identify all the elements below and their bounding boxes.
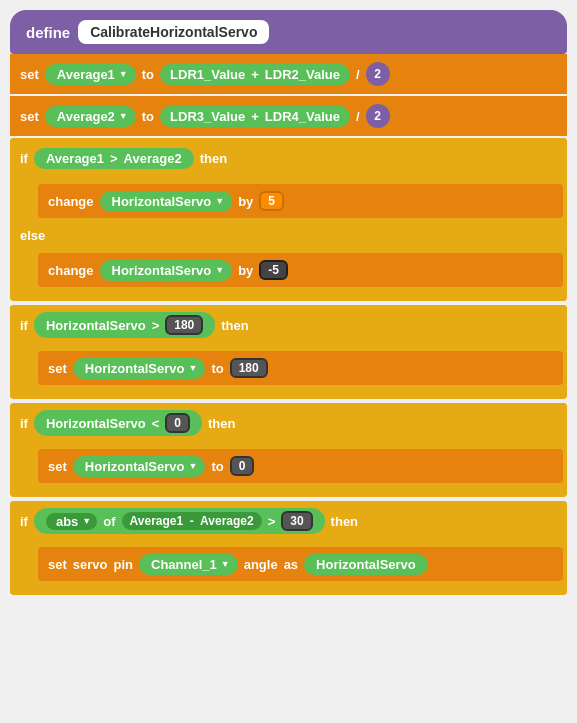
if1-else-body: change HorizontalServo ▼ by -5 [10, 247, 567, 293]
num2-badge-2: 2 [366, 104, 390, 128]
num2-badge-1: 2 [366, 62, 390, 86]
if3-body: set HorizontalServo ▼ to 0 [10, 443, 567, 489]
change-hs-by5: change HorizontalServo ▼ by 5 [38, 184, 563, 218]
channel1-dropdown[interactable]: Channel_1 ▼ [139, 554, 238, 575]
if3-container: if HorizontalServo < 0 then set Horizont… [10, 403, 567, 497]
avg1-minus-avg2: Average1 - Average2 [122, 512, 262, 530]
if1-footer [10, 293, 567, 301]
define-label: define [26, 24, 70, 41]
hs-lt-0: HorizontalServo < 0 [34, 410, 202, 436]
set3-label: set [48, 459, 67, 474]
by1-label: by [238, 194, 253, 209]
set-hs-0: set HorizontalServo ▼ to 0 [38, 449, 563, 483]
by2-label: by [238, 263, 253, 278]
hs-dropdown-1[interactable]: HorizontalServo ▼ [100, 191, 233, 212]
div-label-1: / [356, 67, 360, 82]
ldr1-ldr2-expr: LDR1_Value + LDR2_Value [160, 64, 350, 85]
average2-var[interactable]: Average2 ▼ [45, 106, 136, 127]
if2-header: if HorizontalServo > 180 then [10, 305, 567, 345]
average1-var[interactable]: Average1 ▼ [45, 64, 136, 85]
to3-label: to [211, 361, 223, 376]
angle4-label: angle [244, 557, 278, 572]
func-name: CalibrateHorizontalServo [78, 20, 269, 44]
if4-body: set servo pin Channel_1 ▼ angle as Horiz… [10, 541, 567, 587]
hs-gt-180: HorizontalServo > 180 [34, 312, 215, 338]
set2-label: set [48, 361, 67, 376]
if4-label: if [20, 514, 28, 529]
change1-label: change [48, 194, 94, 209]
if4-header: if abs ▼ of Average1 - Average2 > 30 the… [10, 501, 567, 541]
ldr3-ldr4-expr: LDR3_Value + LDR4_Value [160, 106, 350, 127]
servo4-label: servo [73, 557, 108, 572]
set4-label: set [48, 557, 67, 572]
then1-label: then [200, 151, 227, 166]
hservo-val: HorizontalServo [304, 554, 428, 575]
if1-label: if [20, 151, 28, 166]
if2-container: if HorizontalServo > 180 then set Horizo… [10, 305, 567, 399]
to4-label: to [211, 459, 223, 474]
main-wrapper: define CalibrateHorizontalServo set Aver… [10, 10, 567, 595]
if1-header: if Average1 > Average2 then [10, 138, 567, 178]
hs-dropdown-3[interactable]: HorizontalServo ▼ [73, 358, 206, 379]
change-hs-byneg5: change HorizontalServo ▼ by -5 [38, 253, 563, 287]
if1-container: if Average1 > Average2 then change Horiz… [10, 138, 567, 301]
to-label-1: to [142, 67, 154, 82]
then2-label: then [221, 318, 248, 333]
pin4-label: pin [114, 557, 134, 572]
set-label-2: set [20, 109, 39, 124]
avg1-gt-avg2: Average1 > Average2 [34, 148, 194, 169]
if4-container: if abs ▼ of Average1 - Average2 > 30 the… [10, 501, 567, 595]
set-average1-block: set Average1 ▼ to LDR1_Value + LDR2_Valu… [10, 54, 567, 94]
val180: 180 [230, 358, 268, 378]
div-label-2: / [356, 109, 360, 124]
if3-header: if HorizontalServo < 0 then [10, 403, 567, 443]
define-block: define CalibrateHorizontalServo [10, 10, 567, 54]
to-label-2: to [142, 109, 154, 124]
if3-footer [10, 489, 567, 497]
set-label-1: set [20, 67, 39, 82]
hs-dropdown-2[interactable]: HorizontalServo ▼ [100, 260, 233, 281]
if2-body: set HorizontalServo ▼ to 180 [10, 345, 567, 391]
then4-label: then [331, 514, 358, 529]
hs-dropdown-4[interactable]: HorizontalServo ▼ [73, 456, 206, 477]
as4-label: as [284, 557, 298, 572]
valneg5: -5 [259, 260, 288, 280]
if2-footer [10, 391, 567, 399]
if2-label: if [20, 318, 28, 333]
change2-label: change [48, 263, 94, 278]
abs-cmp: abs ▼ of Average1 - Average2 > 30 [34, 508, 325, 534]
if3-label: if [20, 416, 28, 431]
set-servo-pin: set servo pin Channel_1 ▼ angle as Horiz… [38, 547, 563, 581]
if1-body: change HorizontalServo ▼ by 5 [10, 178, 567, 224]
set-average2-block: set Average2 ▼ to LDR3_Value + LDR4_Valu… [10, 96, 567, 136]
abs-dropdown[interactable]: abs ▼ [46, 513, 97, 530]
then3-label: then [208, 416, 235, 431]
val0: 0 [230, 456, 255, 476]
set-hs-180: set HorizontalServo ▼ to 180 [38, 351, 563, 385]
if4-footer [10, 587, 567, 595]
else1-header: else [10, 224, 567, 247]
val5: 5 [259, 191, 284, 211]
